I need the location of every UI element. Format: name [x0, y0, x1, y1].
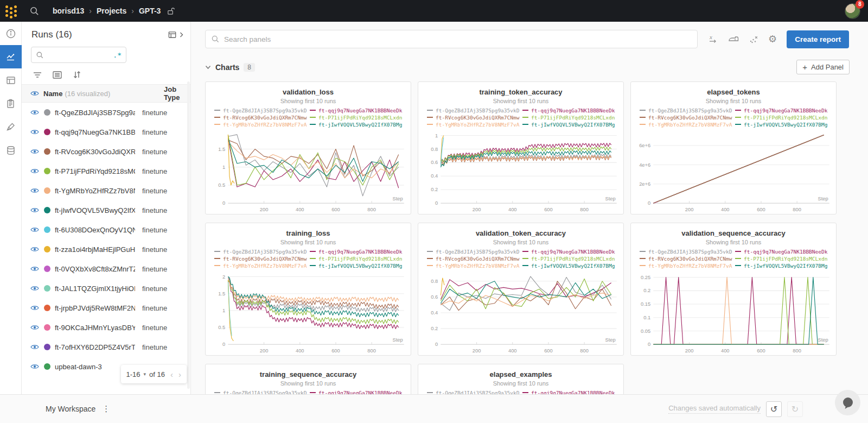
legend-entry[interactable]: ft-YgMRbYoZHfRZz7bV8NMzF7vA: [427, 262, 522, 269]
wandb-logo[interactable]: [0, 0, 22, 22]
chart-panel[interactable]: training_sequence_accuracy Showing first…: [205, 364, 411, 394]
legend-entry[interactable]: ft-qqj9q7NuegGa7NK1BBBNeeDk: [310, 107, 405, 114]
run-name[interactable]: ft-qqj9q7NuegGa7NK1BBBNeeDk: [55, 128, 135, 136]
page-range-select[interactable]: 1-16: [126, 370, 141, 378]
visibility-eye-icon[interactable]: [30, 109, 39, 116]
breadcrumb-projects[interactable]: Projects: [97, 7, 126, 15]
run-name[interactable]: ft-7ofHXY6D2DP5Z4V5rTv: [55, 343, 135, 351]
run-row[interactable]: ft-jIwfVOQVL5VBwyQ2IfX07BMg finetune: [22, 200, 190, 220]
run-name[interactable]: ft-YgMRbYoZHfRZz7bV8NMzF7vA: [55, 187, 135, 195]
legend-entry[interactable]: ft-YgMRbYoZHfRZz7bV8NMzF7vA: [214, 262, 310, 269]
legend-entry[interactable]: ft-QgeZBdJIAj3SB7Spg9a35vkD: [427, 248, 522, 255]
run-name[interactable]: ft-P71ijFPdRiYqd9218sMCLxdn: [55, 167, 135, 175]
visibility-eye-icon[interactable]: [30, 226, 39, 233]
chart-panel[interactable]: validation_loss Showing first 10 runs ft…: [205, 81, 411, 214]
visibility-eye-icon[interactable]: [30, 148, 39, 155]
sidebar-scrollbar[interactable]: [187, 81, 190, 389]
legend-entry[interactable]: ft-YgMRbYoZHfRZz7bV8NMzF7vA: [640, 121, 735, 128]
expand-runs-table-button[interactable]: [168, 30, 184, 40]
create-report-button[interactable]: Create report: [787, 30, 849, 48]
legend-entry[interactable]: ft-YgMRbYoZHfRZz7bV8NMzF7vA: [427, 121, 522, 128]
legend-entry[interactable]: ft-YgMRbYoZHfRZz7bV8NMzF7vA: [640, 262, 735, 269]
run-row[interactable]: ft-6U308DOexQnOyV1QN finetune: [22, 220, 190, 239]
chart-panel[interactable]: validation_token_accuracy Showing first …: [418, 223, 624, 356]
legend-entry[interactable]: ft-QgeZBdJIAj3SB7Spg9a35vkD: [427, 389, 522, 394]
legend-entry[interactable]: ft-P71ijFPdRiYqd9218sMCLxdn: [735, 255, 831, 262]
visibility-eye-icon[interactable]: [30, 363, 39, 370]
rail-item-table[interactable]: [0, 68, 22, 92]
legend-entry[interactable]: ft-jIwfVOQVL5VBwyQ2IfX07BMg: [735, 121, 831, 128]
legend-entry[interactable]: ft-qqj9q7NuegGa7NK1BBBNeeDk: [522, 107, 618, 114]
search-icon[interactable]: [29, 6, 40, 16]
run-row[interactable]: ft-0VQXbXv8Cft8xZMnrTZ finetune: [22, 259, 190, 279]
legend-entry[interactable]: ft-P71ijFPdRiYqd9218sMCLxdn: [310, 255, 405, 262]
run-row[interactable]: ft-9OKCaJHMnYLyasDBYF finetune: [22, 318, 190, 337]
settings-gear-icon[interactable]: ⚙: [768, 33, 777, 45]
visibility-eye-icon[interactable]: [30, 207, 39, 213]
legend-entry[interactable]: ft-QgeZBdJIAj3SB7Spg9a35vkD: [214, 248, 310, 255]
run-row[interactable]: ft-7ofHXY6D2DP5Z4V5rTv finetune: [22, 337, 190, 357]
undo-button[interactable]: ↺: [766, 401, 782, 417]
run-row[interactable]: ft-zza1oi4rbjMaHEjlPGuH finetune: [22, 239, 190, 259]
legend-entry[interactable]: ft-qqj9q7NuegGa7NK1BBBNeeDk: [310, 389, 405, 394]
column-header-job-type[interactable]: Job Type: [164, 85, 190, 102]
legend-entry[interactable]: ft-QgeZBdJIAj3SB7Spg9a35vkD: [640, 107, 735, 114]
add-panel-button[interactable]: + Add Panel: [796, 60, 850, 74]
next-page-button[interactable]: ›: [178, 370, 181, 379]
visibility-eye-icon[interactable]: [30, 168, 39, 174]
legend-entry[interactable]: ft-P71ijFPdRiYqd9218sMCLxdn: [735, 114, 831, 121]
smoothing-icon[interactable]: [727, 33, 739, 45]
rail-item-artifacts[interactable]: [0, 138, 22, 162]
eye-icon[interactable]: [30, 90, 39, 97]
redo-button[interactable]: ↻: [787, 401, 803, 417]
rail-item-jobs[interactable]: [0, 92, 22, 115]
runs-search-input[interactable]: [47, 51, 113, 59]
prev-page-button[interactable]: ‹: [170, 370, 173, 379]
legend-entry[interactable]: ft-qqj9q7NuegGa7NK1BBBNeeDk: [735, 248, 831, 255]
run-name[interactable]: ft-0VQXbXv8Cft8xZMnrTZ: [55, 265, 135, 273]
visibility-eye-icon[interactable]: [30, 324, 39, 331]
legend-entry[interactable]: ft-qqj9q7NuegGa7NK1BBBNeeDk: [522, 248, 618, 255]
chart-panel[interactable]: elapsed_examples Showing first 10 runs f…: [418, 364, 624, 394]
legend-entry[interactable]: ft-QgeZBdJIAj3SB7Spg9a35vkD: [427, 107, 522, 114]
panel-search-input[interactable]: [224, 35, 692, 43]
legend-entry[interactable]: ft-QgeZBdJIAj3SB7Spg9a35vkD: [214, 389, 310, 394]
run-name[interactable]: ft-zza1oi4rbjMaHEjlPGuH: [55, 245, 135, 254]
legend-entry[interactable]: ft-RVcog6K30vGoJdiQXRm7CNmw: [640, 255, 735, 262]
run-row[interactable]: ft-P71ijFPdRiYqd9218sMCLxdn finetune: [22, 161, 190, 181]
visibility-eye-icon[interactable]: [30, 187, 39, 194]
visibility-eye-icon[interactable]: [30, 305, 39, 311]
visibility-eye-icon[interactable]: [30, 344, 39, 350]
legend-entry[interactable]: ft-jIwfVOQVL5VBwyQ2IfX07BMg: [522, 262, 618, 269]
run-row[interactable]: ft-qqj9q7NuegGa7NK1BBBNeeDk finetune: [22, 122, 190, 142]
legend-entry[interactable]: ft-jIwfVOQVL5VBwyQ2IfX07BMg: [310, 121, 405, 128]
legend-entry[interactable]: ft-qqj9q7NuegGa7NK1BBBNeeDk: [522, 389, 618, 394]
rail-item-workspace[interactable]: [0, 45, 22, 68]
legend-entry[interactable]: ft-P71ijFPdRiYqd9218sMCLxdn: [522, 114, 618, 121]
notification-badge[interactable]: 8: [856, 0, 864, 9]
run-row[interactable]: ft-YgMRbYoZHfRZz7bV8NMzF7vA finetune: [22, 181, 190, 200]
legend-entry[interactable]: ft-YgMRbYoZHfRZz7bV8NMzF7vA: [214, 121, 310, 128]
run-row[interactable]: ft-JAL1TQZGjmIX1tjyHiOI finetune: [22, 279, 190, 298]
legend-entry[interactable]: ft-P71ijFPdRiYqd9218sMCLxdn: [310, 114, 405, 121]
charts-section-toggle[interactable]: Charts 8: [205, 63, 255, 72]
legend-entry[interactable]: ft-RVcog6K30vGoJdiQXRm7CNmw: [427, 255, 522, 262]
rail-item-sweeps[interactable]: [0, 115, 22, 138]
run-name[interactable]: ft-jrpbPJVdj5ReW8tMF2N: [55, 304, 135, 312]
run-row[interactable]: ft-RVcog6K30vGoJdiQXRm7CNmw finetune: [22, 142, 190, 161]
run-name[interactable]: ft-9OKCaJHMnYLyasDBYF: [55, 324, 135, 332]
legend-entry[interactable]: ft-RVcog6K30vGoJdiQXRm7CNmw: [640, 114, 735, 121]
legend-entry[interactable]: ft-jIwfVOQVL5VBwyQ2IfX07BMg: [522, 121, 618, 128]
legend-entry[interactable]: ft-jIwfVOQVL5VBwyQ2IfX07BMg: [735, 262, 831, 269]
legend-entry[interactable]: ft-RVcog6K30vGoJdiQXRm7CNmw: [427, 114, 522, 121]
legend-entry[interactable]: ft-QgeZBdJIAj3SB7Spg9a35vkD: [640, 248, 735, 255]
workspace-switcher[interactable]: My Workspace: [46, 405, 95, 413]
chart-panel[interactable]: elapsed_tokens Showing first 10 runs ft-…: [630, 81, 837, 214]
run-name[interactable]: ft-QgeZBdJIAj3SB7Spg9a35vkD: [55, 109, 135, 117]
chart-panel[interactable]: validation_sequence_accuracy Showing fir…: [630, 223, 837, 356]
x-axis-settings-icon[interactable]: x: [707, 33, 718, 45]
legend-entry[interactable]: ft-RVcog6K30vGoJdiQXRm7CNmw: [214, 114, 310, 121]
filter-icon[interactable]: [33, 71, 42, 79]
breadcrumb-project-name[interactable]: GPT-3: [139, 7, 161, 15]
run-row[interactable]: ft-QgeZBdJIAj3SB7Spg9a35vkD finetune: [22, 103, 190, 122]
